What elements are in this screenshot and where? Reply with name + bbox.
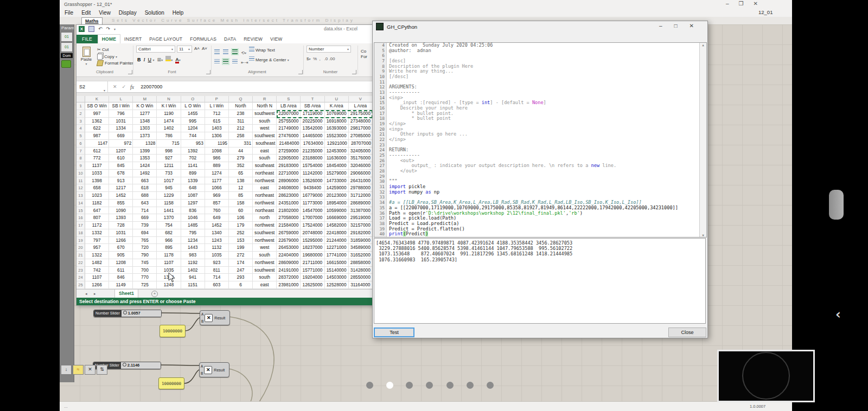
output-console[interactable]: [4654.76343498 4770.97489871 4087.423916… bbox=[374, 238, 706, 324]
cell[interactable]: 10769000 bbox=[325, 110, 349, 118]
header-cell[interactable]: SB Area bbox=[301, 102, 324, 110]
carousel-dot[interactable] bbox=[366, 382, 373, 389]
row-number[interactable]: 11 bbox=[76, 177, 85, 185]
cell[interactable]: 1107 bbox=[157, 259, 181, 267]
gh-menu-view[interactable]: View bbox=[99, 9, 111, 17]
cell[interactable]: 1217 bbox=[109, 184, 133, 192]
cell[interactable]: 12528000 bbox=[325, 281, 349, 289]
cell[interactable]: 807 bbox=[85, 214, 109, 222]
name-box[interactable]: S2▾ bbox=[76, 81, 108, 92]
cell[interactable]: southwest bbox=[253, 229, 277, 237]
column-header-R[interactable]: R bbox=[253, 96, 277, 102]
header-cell[interactable]: SB O Win bbox=[85, 102, 109, 110]
slider-knob-icon[interactable] bbox=[123, 311, 127, 314]
qat-more-icon[interactable]: ▾ bbox=[114, 27, 116, 31]
cell[interactable]: 797 bbox=[85, 237, 109, 245]
cell[interactable]: 1277 bbox=[133, 110, 157, 118]
cell[interactable]: 836 bbox=[181, 207, 205, 215]
cell[interactable]: 1399 bbox=[133, 147, 157, 155]
cell[interactable]: 16918000 bbox=[325, 118, 349, 125]
cell[interactable]: 16615000 bbox=[325, 259, 349, 267]
row-number[interactable]: 5 bbox=[76, 132, 85, 140]
cell[interactable]: east bbox=[253, 184, 277, 192]
cell[interactable]: southwest bbox=[253, 132, 277, 140]
clipboard-dialog-launcher[interactable] bbox=[128, 70, 132, 74]
cell[interactable]: 21749000 bbox=[277, 125, 301, 132]
cell[interactable]: 199 bbox=[229, 244, 253, 252]
cell[interactable]: 17119000 bbox=[301, 110, 324, 118]
cell[interactable]: 795 bbox=[181, 229, 205, 237]
cell[interactable]: 1046 bbox=[181, 214, 205, 222]
cell[interactable]: 22404000 bbox=[277, 252, 301, 259]
cell[interactable]: west bbox=[253, 125, 277, 132]
alignment-dialog-launcher[interactable] bbox=[298, 70, 303, 74]
cell[interactable]: 1172 bbox=[85, 222, 109, 229]
cell[interactable]: 27058000 bbox=[277, 214, 301, 222]
cell[interactable]: 28689000 bbox=[349, 200, 373, 207]
row-number[interactable]: 9 bbox=[76, 162, 85, 170]
cell[interactable]: east bbox=[253, 281, 277, 289]
cell[interactable]: 1339 bbox=[181, 177, 205, 185]
cell[interactable]: 32046000 bbox=[349, 162, 373, 170]
cell[interactable]: 11773000 bbox=[301, 200, 324, 207]
cell[interactable]: 1370 bbox=[157, 214, 181, 222]
header-cell[interactable]: LB Area bbox=[277, 102, 301, 110]
cell[interactable]: 1149 bbox=[109, 281, 133, 289]
cell[interactable]: 60 bbox=[229, 207, 253, 215]
cell[interactable]: 1334 bbox=[109, 125, 133, 132]
cell[interactable]: 26759000 bbox=[277, 229, 301, 237]
panel-1[interactable]: 10000000 bbox=[159, 325, 186, 337]
cell[interactable]: 745 bbox=[133, 259, 157, 267]
cell[interactable]: 612 bbox=[85, 147, 109, 155]
bold-button[interactable]: B bbox=[137, 57, 141, 62]
row-number[interactable]: 22 bbox=[76, 259, 85, 267]
gh-menu-file[interactable]: File bbox=[65, 9, 73, 17]
cell[interactable]: 1190 bbox=[157, 110, 181, 118]
download-icon[interactable]: ↓ bbox=[61, 365, 72, 375]
cell[interactable]: 845 bbox=[109, 162, 133, 170]
row-number[interactable]: 1 bbox=[76, 102, 85, 110]
close-icon[interactable]: ✕ bbox=[690, 23, 694, 29]
close-icon[interactable]: ✕ bbox=[754, 1, 758, 8]
gh-menu-help[interactable]: Help bbox=[173, 9, 184, 17]
cell[interactable]: 29182000 bbox=[349, 229, 373, 237]
cell[interactable]: 1098 bbox=[205, 147, 229, 155]
cell[interactable]: 14503000 bbox=[325, 274, 349, 281]
cell[interactable]: 20748000 bbox=[301, 229, 324, 237]
add-sheet-icon[interactable]: + bbox=[151, 291, 158, 297]
cell[interactable]: 986 bbox=[205, 155, 229, 162]
formula-input[interactable]: 22007000 bbox=[141, 84, 162, 89]
cell[interactable]: 622 bbox=[85, 125, 109, 132]
row-number[interactable]: 2 bbox=[76, 110, 85, 118]
cell[interactable]: 739 bbox=[133, 222, 157, 229]
scroll-up-icon[interactable]: ▲ bbox=[700, 43, 706, 47]
row-number[interactable]: 7 bbox=[76, 147, 85, 155]
cell[interactable]: 352 bbox=[229, 162, 253, 170]
cell[interactable]: 11242000 bbox=[301, 170, 324, 177]
cell[interactable]: 212 bbox=[229, 125, 253, 132]
cell[interactable]: 18237000 bbox=[301, 244, 324, 252]
cell[interactable]: 31859000 bbox=[349, 237, 373, 245]
cell[interactable]: 29183000 bbox=[277, 162, 301, 170]
cell[interactable]: 258 bbox=[229, 132, 253, 140]
slider-value[interactable]: 2.1146 bbox=[121, 362, 161, 369]
cell[interactable]: 13542000 bbox=[301, 125, 324, 132]
cell[interactable]: 1141 bbox=[181, 162, 205, 170]
cell[interactable]: 714 bbox=[205, 274, 229, 281]
cell[interactable]: 720 bbox=[133, 244, 157, 252]
cell[interactable]: 18454000 bbox=[325, 162, 349, 170]
cell[interactable]: 1274 bbox=[205, 170, 229, 177]
cell[interactable]: 995 bbox=[181, 118, 205, 125]
cell[interactable]: 1402 bbox=[181, 267, 205, 274]
cell[interactable]: 28906000 bbox=[277, 177, 301, 185]
save-icon[interactable] bbox=[88, 26, 94, 32]
cell[interactable]: 12271000 bbox=[325, 244, 349, 252]
cell[interactable]: 670 bbox=[109, 244, 133, 252]
increase-decimal-button[interactable]: .0 bbox=[324, 56, 328, 61]
cell[interactable]: 1452 bbox=[109, 192, 133, 200]
cell[interactable]: 913 bbox=[109, 177, 133, 185]
cell[interactable]: northeast bbox=[253, 170, 277, 177]
node-output[interactable]: Result bbox=[213, 316, 227, 320]
cell[interactable]: northwest bbox=[253, 237, 277, 245]
cell[interactable]: 26453000 bbox=[277, 244, 301, 252]
